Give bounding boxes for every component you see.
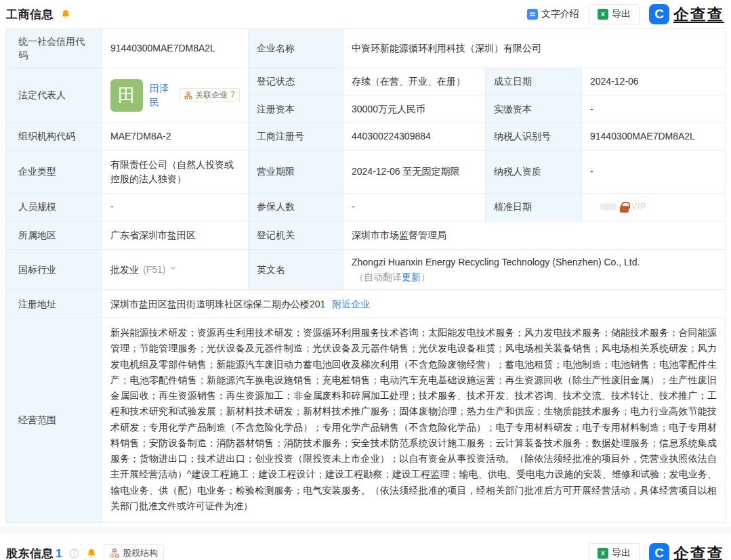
approval-date-value: VIP <box>582 194 725 221</box>
vip-locked-value[interactable]: VIP <box>600 201 646 213</box>
translate-update-link[interactable]: 更新 <box>402 272 421 282</box>
bell-icon[interactable] <box>86 548 97 559</box>
biz-term-label: 营业期限 <box>249 151 343 193</box>
biz-reg-no-value: 440300224309884 <box>343 123 486 150</box>
taxpayer-id-value: 91440300MAE7DM8A2L <box>582 123 725 150</box>
qichacha-logo-icon: C <box>649 4 669 24</box>
associated-companies-badge[interactable]: 关联企业 7 <box>180 88 240 102</box>
approval-date-label: 核准日期 <box>486 194 582 221</box>
bell-icon[interactable] <box>60 9 71 20</box>
nearby-companies-link[interactable]: 附近企业 <box>332 297 370 311</box>
reg-capital-value: 30000万元人民币 <box>343 95 486 123</box>
scope-label: 经营范围 <box>6 318 102 522</box>
insured-label: 参保人数 <box>249 194 343 221</box>
page-title: 工商信息 <box>6 7 54 22</box>
equity-structure-icon <box>110 548 119 558</box>
qichacha-logo: C 企查查 <box>649 4 724 25</box>
info-icon[interactable] <box>69 548 79 559</box>
reg-status-label: 登记状态 <box>249 68 343 95</box>
text-intro-button[interactable]: 文字介绍 <box>527 8 579 20</box>
insured-value: - <box>343 194 486 221</box>
org-code-label: 组织机构代码 <box>6 123 102 150</box>
staff-size-label: 人员规模 <box>6 194 102 221</box>
taxpayer-quality-label: 纳税人资质 <box>486 151 582 193</box>
org-chart-icon <box>184 91 192 100</box>
credit-code-label: 统一社会信用代码 <box>6 29 102 68</box>
taxpayer-id-label: 纳税人识别号 <box>486 123 582 150</box>
region-label: 所属地区 <box>6 221 102 249</box>
establish-date-value: 2024-12-06 <box>582 68 725 95</box>
svg-text:X: X <box>601 11 605 18</box>
english-name-label: 英文名 <box>249 250 343 290</box>
lock-icon <box>620 206 629 213</box>
biz-reg-no-label: 工商注册号 <box>249 123 343 150</box>
reg-status-value: 存续（在营、开业、在册） <box>343 68 486 95</box>
registration-table: 统一社会信用代码 91440300MAE7DM8A2L 企业名称 中资环新能源循… <box>5 28 726 523</box>
legal-rep-name-link[interactable]: 田泽民 <box>150 81 174 109</box>
org-code-value: MAE7DM8A-2 <box>102 123 249 150</box>
taxpayer-quality-value: - <box>582 151 725 193</box>
section-header-business-info: 工商信息 文字介绍 X 导出 C 企查查 <box>0 0 731 28</box>
qichacha-logo-icon: C <box>649 543 669 560</box>
establish-date-label: 成立日期 <box>486 68 582 95</box>
company-type-value: 有限责任公司（自然人投资或控股的法人独资） <box>102 151 249 193</box>
credit-code-value: 91440300MAE7DM8A2L <box>102 29 249 68</box>
industry-label: 国标行业 <box>6 250 102 290</box>
company-type-label: 企业类型 <box>6 151 102 193</box>
text-intro-icon <box>527 9 538 20</box>
shareholders-title: 股东信息1 <box>6 546 62 560</box>
english-name-value: Zhongzi Huanxin Energy Recycling Technol… <box>343 250 725 290</box>
legal-rep-label: 法定代表人 <box>6 68 102 123</box>
export-button[interactable]: X 导出 <box>589 543 640 560</box>
legal-rep-avatar[interactable]: 田 <box>110 79 143 112</box>
reg-capital-label: 注册资本 <box>249 95 343 123</box>
company-name-label: 企业名称 <box>249 29 343 68</box>
biz-term-value: 2024-12-06 至无固定期限 <box>343 151 486 193</box>
svg-text:X: X <box>601 550 605 557</box>
shareholders-count: 1 <box>56 547 62 560</box>
export-button[interactable]: X 导出 <box>589 4 640 24</box>
business-info-page: 工商信息 文字介绍 X 导出 C 企查查 统一社会信用代码 91440300 <box>0 0 731 560</box>
equity-structure-button[interactable]: 股权结构 <box>104 544 164 560</box>
address-value: 深圳市盐田区盐田街道明珠社区综保二期办公楼201 附近企业 <box>102 290 725 318</box>
staff-size-value: - <box>102 194 249 221</box>
qichacha-logo: C 企查查 <box>649 543 724 560</box>
reg-authority-value: 深圳市市场监督管理局 <box>343 221 725 249</box>
paid-capital-value: - <box>582 95 725 123</box>
legal-rep-cell: 田 田泽民 关联企业 7 <box>102 68 249 123</box>
paid-capital-label: 实缴资本 <box>486 95 582 123</box>
reg-authority-label: 登记机关 <box>249 221 343 249</box>
scope-value: 新兴能源技术研发；资源再生利用技术研发；资源循环利用服务技术咨询；太阳能发电技术… <box>102 318 725 522</box>
section-header-shareholders: 股东信息1 股权结构 X 导出 C 企查查 <box>0 539 731 560</box>
excel-icon: X <box>598 548 608 559</box>
section-separator <box>0 527 731 534</box>
chevron-down-icon[interactable] <box>169 264 177 275</box>
address-label: 注册地址 <box>6 290 102 318</box>
industry-value: 批发业 (F51) <box>102 250 249 290</box>
region-value: 广东省深圳市盐田区 <box>102 221 249 249</box>
company-name-value: 中资环新能源循环利用科技（深圳）有限公司 <box>343 29 725 68</box>
excel-icon: X <box>598 9 608 20</box>
